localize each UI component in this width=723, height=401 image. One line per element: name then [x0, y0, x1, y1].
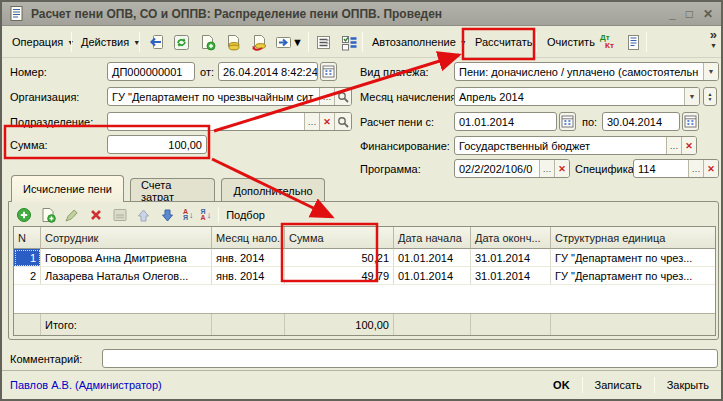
save-button[interactable]: Записать — [591, 379, 646, 391]
financing-clear-button[interactable]: ✕ — [681, 137, 696, 154]
overflow-icon: » — [710, 29, 717, 40]
department-field[interactable]: … ✕ — [107, 112, 352, 131]
amount-field[interactable]: 100,00 — [107, 135, 207, 154]
accrual-month-field[interactable]: Апрель 2014 ▼ — [454, 87, 700, 106]
form-buttons: OK Записать Закрыть — [549, 377, 713, 393]
financing-select-button[interactable]: … — [666, 137, 681, 154]
toolbar-separator — [308, 32, 309, 52]
close-button[interactable]: Закрыть — [663, 379, 713, 391]
date-start-cell[interactable]: 01.01.2014 — [394, 267, 471, 285]
end-edit-button[interactable] — [111, 207, 128, 224]
organization-field[interactable]: ГУ "Департамент по чрезвычайным сит … — [107, 87, 352, 106]
column-header-unit[interactable]: Структурная единица — [551, 227, 715, 249]
doc-date-calendar-button[interactable] — [320, 62, 337, 81]
employee-cell[interactable]: Говорова Анна Дмитриевна — [41, 249, 212, 267]
row-number-cell-selected[interactable]: 1 — [14, 249, 41, 267]
amount-cell[interactable]: 49,79 — [285, 267, 394, 285]
sort-descending-button[interactable]: Я А ↓ — [201, 209, 212, 221]
delete-row-button[interactable] — [87, 207, 104, 224]
current-user-link[interactable]: Павлов А.В. (Администратор) — [10, 379, 549, 391]
ellipsis-icon: … — [543, 164, 552, 174]
date-end-cell[interactable]: 31.01.2014 — [471, 267, 551, 285]
tab-penalty-calculation[interactable]: Исчисление пени — [11, 175, 124, 202]
column-header-amount[interactable]: Сумма — [285, 227, 394, 249]
month-cell[interactable]: янв. 2014 — [212, 249, 285, 267]
copy-row-button[interactable] — [39, 207, 56, 224]
column-header-n[interactable]: N — [14, 227, 41, 249]
program-select-button[interactable]: … — [539, 160, 554, 177]
titlebar[interactable]: Расчет пени ОПВ, СО и ОППВ: Распределени… — [2, 2, 721, 26]
table-row[interactable]: 2 Лазарева Наталья Олегов... янв. 2014 4… — [14, 267, 715, 285]
move-up-button[interactable] — [135, 207, 152, 224]
unit-cell[interactable]: ГУ "Департамент по чрез... — [551, 267, 715, 285]
sort-za-icon: Я А — [201, 209, 206, 221]
accrual-month-spinner[interactable]: ▲ ▼ — [703, 87, 717, 106]
comment-field[interactable] — [102, 349, 718, 368]
copy-document-icon — [199, 34, 216, 51]
penalty-to-field[interactable]: 30.04.2014 — [602, 112, 680, 131]
row-number-cell[interactable]: 2 — [14, 267, 41, 285]
table-empty-area[interactable] — [14, 285, 715, 313]
close-icon[interactable]: ✕ — [703, 7, 713, 21]
go-to-button[interactable]: ▼ — [274, 31, 304, 53]
penalty-from-field[interactable]: 01.01.2014 — [454, 112, 557, 131]
set-flags-button[interactable] — [338, 31, 360, 53]
add-row-button[interactable] — [15, 207, 32, 224]
minimize-icon[interactable]: _ — [669, 7, 676, 21]
ok-button[interactable]: OK — [549, 379, 574, 391]
tab-cost-accounts[interactable]: Счета затрат — [130, 178, 215, 202]
post-document-button[interactable] — [222, 31, 244, 53]
unit-cell[interactable]: ГУ "Департамент по чрез... — [551, 249, 715, 267]
maximize-icon[interactable]: □ — [686, 7, 693, 21]
operation-menu-button[interactable]: Операция▼ — [6, 30, 80, 54]
amount-cell[interactable]: 50,21 — [285, 249, 394, 267]
list-settings-button[interactable] — [312, 31, 334, 53]
organization-select-button[interactable]: … — [319, 88, 334, 105]
clear-button[interactable]: Очистить — [541, 30, 601, 54]
number-field[interactable]: ДП000000001 — [107, 62, 195, 81]
calculate-button[interactable]: Рассчитать — [469, 30, 538, 54]
specifics-select-button[interactable]: … — [688, 160, 703, 177]
tab-additional[interactable]: Дополнительно — [221, 178, 325, 202]
undo-posting-button[interactable] — [248, 31, 270, 53]
department-clear-button[interactable]: ✕ — [319, 113, 334, 130]
penalty-from-calendar-button[interactable] — [559, 112, 576, 131]
calculate-label: Рассчитать — [475, 36, 532, 48]
payment-type-combo[interactable]: Пени: доначислено / уплачено (самостояте… — [454, 62, 719, 81]
penalty-to-calendar-button[interactable] — [682, 112, 699, 131]
toolbar-overflow-button[interactable]: » ▼ — [710, 29, 717, 51]
program-field[interactable]: 02/2/202/106/0 … ✕ — [454, 159, 570, 178]
sort-ascending-button[interactable]: А Я ↓ — [183, 209, 194, 221]
column-header-date-start[interactable]: Дата начала — [394, 227, 471, 249]
payment-type-dropdown-button[interactable]: ▼ — [703, 63, 718, 80]
autofill-menu-button[interactable]: Автозаполнение▼ — [366, 30, 473, 54]
department-open-button[interactable] — [334, 113, 351, 130]
column-header-employee[interactable]: Сотрудник — [41, 227, 212, 249]
actions-menu-button[interactable]: Действия▼ — [75, 30, 146, 54]
financing-field[interactable]: Государственный бюджет … ✕ — [454, 136, 697, 155]
doc-date-field[interactable]: 26.04.2014 8:42:24 — [218, 62, 318, 81]
accrual-month-dropdown-button[interactable]: ▼ — [684, 88, 699, 105]
table-row[interactable]: 1 Говорова Анна Дмитриевна янв. 2014 50,… — [14, 249, 715, 267]
specifics-clear-button[interactable]: ✕ — [703, 160, 718, 177]
reread-icon — [147, 34, 164, 51]
organization-open-button[interactable] — [334, 88, 351, 105]
checkbox-flags-icon — [341, 34, 358, 51]
move-down-button[interactable] — [159, 207, 176, 224]
reread-button[interactable] — [144, 31, 166, 53]
dt-kt-button[interactable]: Дт Кт — [596, 31, 618, 53]
column-header-month[interactable]: Месяц нало... — [212, 227, 285, 249]
column-header-date-end[interactable]: Дата оконч... — [471, 227, 551, 249]
date-end-cell[interactable]: 31.01.2014 — [471, 249, 551, 267]
date-start-cell[interactable]: 01.01.2014 — [394, 249, 471, 267]
program-clear-button[interactable]: ✕ — [554, 160, 569, 177]
department-select-button[interactable]: … — [304, 113, 319, 130]
pick-button[interactable]: Подбор — [226, 209, 265, 221]
copy-button[interactable] — [196, 31, 218, 53]
month-cell[interactable]: янв. 2014 — [212, 267, 285, 285]
refresh-button[interactable] — [170, 31, 192, 53]
employee-cell[interactable]: Лазарева Наталья Олегов... — [41, 267, 212, 285]
related-documents-button[interactable] — [622, 31, 644, 53]
edit-row-button[interactable] — [63, 207, 80, 224]
specifics-field[interactable]: 114 … ✕ — [633, 159, 719, 178]
